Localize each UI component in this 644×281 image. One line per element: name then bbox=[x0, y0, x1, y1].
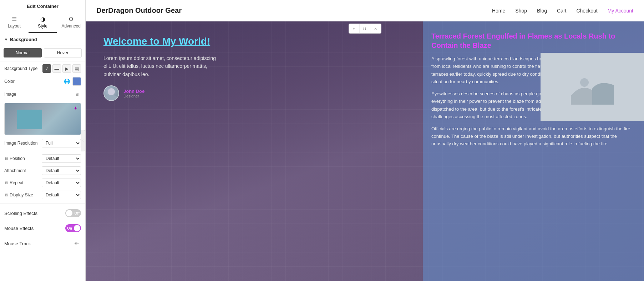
mouse-track-label: Mouse Track bbox=[4, 241, 72, 246]
nav-link-shop[interactable]: Shop bbox=[515, 8, 527, 14]
bg-type-controls: ✓ ▬ ▶ ▤ bbox=[42, 64, 81, 73]
bg-type-gradient-btn[interactable]: ▬ bbox=[52, 64, 61, 73]
state-selector: Normal Hover bbox=[0, 45, 85, 60]
scrolling-effects-toggle[interactable]: Off bbox=[65, 209, 81, 217]
scrolling-effects-label: Scrolling Effects bbox=[4, 211, 65, 216]
mouse-effects-knob bbox=[74, 225, 80, 231]
nav-link-cart[interactable]: Cart bbox=[557, 8, 566, 14]
bg-type-row: Background Type ✓ ▬ ▶ ▤ bbox=[0, 62, 85, 75]
global-color-btn[interactable]: 🌐 bbox=[62, 77, 71, 86]
hero-background: + ⠿ × Welcome to My World! Lorem ipsum d… bbox=[86, 21, 644, 281]
position-label: 🖥 Position bbox=[4, 156, 42, 161]
image-controls: 🖥 bbox=[72, 90, 81, 99]
edit-panel: Edit Container ☰ Layout ◑ Style ⚙ Advanc… bbox=[0, 0, 86, 281]
tab-advanced-label: Advanced bbox=[61, 24, 80, 29]
color-controls: 🌐 bbox=[62, 77, 81, 86]
move-element-btn[interactable]: ⠿ bbox=[360, 24, 370, 33]
panel-collapse-btn[interactable]: ‹ bbox=[81, 130, 85, 151]
scrolling-effects-state: Off bbox=[75, 211, 80, 215]
main-content: DerDragon Outdoor Gear Home Shop Blog Ca… bbox=[86, 0, 644, 281]
color-label: Color bbox=[4, 79, 62, 84]
nav-link-checkout[interactable]: Checkout bbox=[576, 8, 597, 14]
repeat-label: 🖥 Repeat bbox=[4, 180, 42, 185]
section-arrow-icon: ▼ bbox=[4, 37, 8, 41]
layout-icon: ☰ bbox=[12, 16, 17, 22]
tab-style[interactable]: ◑ Style bbox=[29, 12, 57, 33]
image-row: Image 🖥 bbox=[0, 88, 85, 101]
bg-type-color-btn[interactable]: ✓ bbox=[42, 64, 51, 73]
position-monitor-icon: 🖥 bbox=[4, 156, 8, 161]
background-section-header: ▼ Background bbox=[0, 33, 85, 45]
image-preview-container[interactable]: ✦ bbox=[4, 103, 81, 135]
attachment-label: Attachment bbox=[4, 168, 42, 173]
nav-link-myaccount[interactable]: My Account bbox=[608, 8, 633, 14]
nav-links-container: Home Shop Blog Cart Checkout My Account bbox=[492, 8, 633, 14]
tab-layout[interactable]: ☰ Layout bbox=[0, 12, 29, 33]
image-preview-highlight bbox=[17, 110, 42, 129]
add-element-btn[interactable]: + bbox=[349, 24, 360, 33]
display-size-row: 🖥 Display Size Default Cover Contain bbox=[0, 189, 85, 201]
image-resolution-label: Image Resolution bbox=[4, 141, 42, 146]
magic-wand-icon[interactable]: ✦ bbox=[73, 105, 78, 111]
position-row: 🖥 Position Default Center Center Top Lef… bbox=[0, 152, 85, 165]
mouse-effects-row: Mouse Effects On bbox=[0, 221, 85, 236]
nav-link-blog[interactable]: Blog bbox=[537, 8, 547, 14]
tab-advanced[interactable]: ⚙ Advanced bbox=[57, 12, 85, 33]
mouse-track-row: Mouse Track ✏ bbox=[0, 236, 85, 251]
hero-body-text: Lorem ipsum dolor sit amet, consectetur … bbox=[103, 54, 225, 78]
article-paragraph-3: Officials are urging the public to remai… bbox=[431, 125, 635, 148]
nav-link-home[interactable]: Home bbox=[492, 8, 505, 14]
attachment-select[interactable]: Default Fixed Scroll bbox=[42, 166, 81, 175]
image-resolution-row: Image Resolution Full Large Medium Thumb… bbox=[0, 137, 85, 149]
tab-layout-label: Layout bbox=[8, 24, 21, 29]
panel-title: Edit Container bbox=[0, 0, 85, 12]
mouse-track-edit-btn[interactable]: ✏ bbox=[72, 239, 81, 248]
image-preview-bg bbox=[5, 103, 81, 135]
placeholder-image bbox=[541, 53, 644, 121]
attachment-row: Attachment Default Fixed Scroll bbox=[0, 165, 85, 177]
close-element-btn[interactable]: × bbox=[370, 24, 381, 33]
display-size-select[interactable]: Default Cover Contain bbox=[42, 191, 81, 199]
background-section-label: Background bbox=[10, 37, 37, 42]
mouse-effects-toggle[interactable]: On bbox=[65, 224, 81, 232]
container-toolbar: + ⠿ × bbox=[349, 24, 381, 34]
position-select[interactable]: Default Center Center Top Left bbox=[42, 154, 81, 163]
article-headline: Terraced Forest Engulfed in Flames as Lo… bbox=[431, 31, 635, 50]
tab-style-label: Style bbox=[38, 24, 47, 29]
hero-left-section: Welcome to My World! Lorem ipsum dolor s… bbox=[103, 36, 225, 101]
hero-title: Welcome to My World! bbox=[103, 36, 225, 47]
state-hover-btn[interactable]: Hover bbox=[44, 48, 82, 57]
author-role: Designer bbox=[123, 94, 144, 98]
image-monitor-icon: 🖥 bbox=[72, 90, 81, 99]
image-label: Image bbox=[4, 92, 72, 97]
color-swatch[interactable] bbox=[72, 77, 81, 86]
author-info-row: John Doe Designer bbox=[103, 85, 225, 101]
top-navigation: DerDragon Outdoor Gear Home Shop Blog Ca… bbox=[86, 0, 644, 21]
tab-bar: ☰ Layout ◑ Style ⚙ Advanced bbox=[0, 12, 85, 33]
scrolling-effects-knob bbox=[66, 210, 72, 216]
mouse-effects-label: Mouse Effects bbox=[4, 226, 65, 231]
svg-point-1 bbox=[580, 78, 589, 87]
display-size-label: 🖥 Display Size bbox=[4, 192, 42, 197]
advanced-icon: ⚙ bbox=[69, 16, 73, 22]
state-normal-btn[interactable]: Normal bbox=[4, 48, 42, 57]
site-logo: DerDragon Outdoor Gear bbox=[96, 6, 492, 15]
repeat-monitor-icon: 🖥 bbox=[4, 181, 8, 185]
scrolling-effects-row: Scrolling Effects Off bbox=[0, 206, 85, 221]
bg-type-video-btn[interactable]: ▶ bbox=[62, 64, 71, 73]
repeat-row: 🖥 Repeat Default No-repeat Repeat bbox=[0, 177, 85, 189]
display-size-monitor-icon: 🖥 bbox=[4, 193, 8, 197]
mouse-effects-state: On bbox=[67, 226, 72, 230]
style-icon: ◑ bbox=[40, 16, 45, 22]
repeat-select[interactable]: Default No-repeat Repeat bbox=[42, 179, 81, 187]
author-name: John Doe bbox=[123, 89, 144, 94]
placeholder-svg bbox=[571, 69, 614, 105]
author-details: John Doe Designer bbox=[123, 89, 144, 98]
image-resolution-select[interactable]: Full Large Medium Thumbnail bbox=[42, 139, 81, 147]
color-row: Color 🌐 bbox=[0, 75, 85, 88]
bg-type-label: Background Type bbox=[4, 66, 42, 71]
author-avatar bbox=[103, 85, 119, 101]
canvas-area: + ⠿ × Welcome to My World! Lorem ipsum d… bbox=[86, 21, 644, 281]
bg-type-slide-btn[interactable]: ▤ bbox=[72, 64, 81, 73]
